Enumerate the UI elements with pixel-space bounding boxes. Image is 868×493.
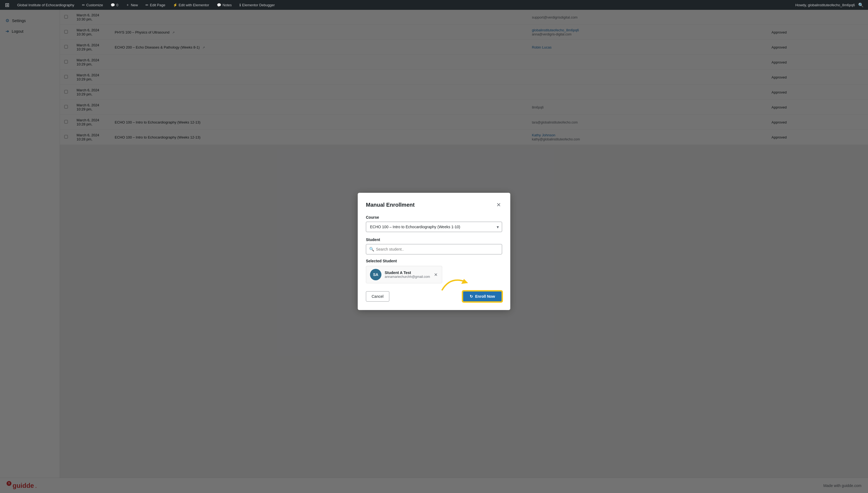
admin-bar: ⊞ Global Institute of Echocardiography ✏… — [0, 0, 868, 10]
cancel-button[interactable]: Cancel — [366, 291, 389, 302]
notes-button[interactable]: 💬 Notes — [215, 0, 233, 10]
selected-student-label: Selected Student — [366, 259, 502, 263]
new-button[interactable]: ＋ New — [124, 0, 139, 10]
student-field: Student 🔍 — [366, 237, 502, 254]
edit-elementor-button[interactable]: ⚡ Edit with Elementor — [172, 0, 211, 10]
enroll-now-button[interactable]: ↻ Enroll Now — [463, 291, 502, 302]
customize-button[interactable]: ✏ Customize — [81, 0, 105, 10]
spinner-icon: ↻ — [470, 294, 473, 299]
site-name[interactable]: Global Institute of Echocardiography — [16, 0, 76, 10]
modal-title: Manual Enrollment — [366, 202, 415, 208]
wp-logo[interactable]: ⊞ — [3, 0, 11, 10]
edit-elementor-label: Edit with Elementor — [179, 3, 209, 7]
course-label: Course — [366, 215, 502, 219]
wp-icon: ⊞ — [5, 2, 9, 8]
modal-close-button[interactable]: ✕ — [495, 201, 502, 209]
edit-page-button[interactable]: ✏ Edit Page — [144, 0, 167, 10]
course-select-wrapper: ECHO 100 – Intro to Echocardiography (We… — [366, 222, 502, 232]
elementor-debugger-label: Elementor Debugger — [242, 3, 275, 7]
student-email: annamariechurchh@gmail.com — [385, 275, 430, 279]
student-search-wrapper: 🔍 — [366, 244, 502, 254]
search-input[interactable] — [366, 244, 502, 254]
comments-button[interactable]: 💬 0 — [109, 0, 120, 10]
course-select[interactable]: ECHO 100 – Intro to Echocardiography (We… — [366, 222, 502, 232]
search-icon[interactable]: 🔍 — [857, 1, 865, 9]
plus-icon: ＋ — [126, 2, 130, 7]
course-field: Course ECHO 100 – Intro to Echocardiogra… — [366, 215, 502, 232]
edit-page-label: Edit Page — [150, 3, 165, 7]
user-greeting: Howdy, globalinstituteofecho_8m6pq6 — [795, 3, 855, 7]
avatar: SA — [370, 269, 382, 280]
new-label: New — [131, 3, 138, 7]
student-label: Student — [366, 237, 502, 242]
modal-overlay: Manual Enrollment ✕ Course ECHO 100 – In… — [0, 10, 868, 493]
customize-label: Customize — [86, 3, 103, 7]
student-card: SA Student A Test annamariechurchh@gmail… — [366, 266, 442, 283]
student-remove-button[interactable]: ✕ — [433, 272, 438, 278]
enroll-label: Enroll Now — [475, 294, 495, 299]
pencil-icon: ✏ — [82, 3, 85, 7]
student-name: Student A Test — [385, 271, 430, 275]
notes-icon: 💬 — [217, 3, 221, 7]
modal-header: Manual Enrollment ✕ — [366, 201, 502, 209]
search-icon: 🔍 — [369, 247, 374, 252]
edit-page-icon: ✏ — [145, 3, 149, 7]
selected-student-section: Selected Student SA Student A Test annam… — [366, 259, 502, 283]
elementor-icon: ⚡ — [173, 3, 177, 7]
student-info: Student A Test annamariechurchh@gmail.co… — [385, 271, 430, 279]
manual-enrollment-modal: Manual Enrollment ✕ Course ECHO 100 – In… — [358, 193, 510, 310]
notes-label: Notes — [223, 3, 232, 7]
comments-count: 0 — [116, 3, 118, 7]
site-name-label: Global Institute of Echocardiography — [17, 3, 74, 7]
comment-icon: 💬 — [111, 3, 115, 7]
debugger-icon: ℹ — [239, 3, 241, 7]
admin-bar-right: Howdy, globalinstituteofecho_8m6pq6 🔍 — [795, 1, 865, 9]
elementor-debugger-button[interactable]: ℹ Elementor Debugger — [238, 0, 276, 10]
modal-footer: Cancel ↻ Enroll Now — [366, 291, 502, 302]
